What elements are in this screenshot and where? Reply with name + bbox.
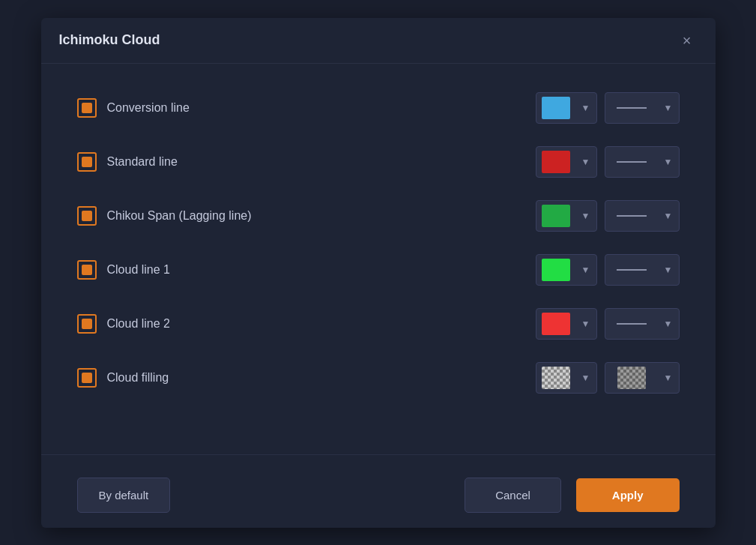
row-left-chikou-span: Chikou Span (Lagging line) [77,206,536,226]
color-swatch-cloud-line-1 [536,254,575,286]
style-dash-chikou-span [617,215,647,217]
style-line-cloud-line-2 [605,323,658,325]
style-line-conversion-line [605,107,658,109]
style-dash-cloud-line-2 [617,323,647,325]
color-dropdown-standard-line[interactable]: ▼ [536,146,597,178]
row-standard-line: Standard line▼▼ [77,139,680,185]
style-dash-cloud-line-1 [617,269,647,271]
color-swatch-inner-cloud-line-2 [542,313,570,335]
style-line-chikou-span [605,215,658,217]
dialog-body: Conversion line▼▼Standard line▼▼Chikou S… [41,64,716,447]
checkbox-chikou-span[interactable] [77,206,97,226]
style-dropdown-cloud-line-1[interactable]: ▼ [605,254,680,286]
checkbox-cloud-line-1[interactable] [77,260,97,280]
color-dropdown-arrow-chikou-span: ▼ [575,200,596,232]
checkbox-inner-standard-line [82,157,92,167]
controls-cloud-filling: ▼▼ [536,362,680,394]
checkbox-standard-line[interactable] [77,152,97,172]
color-swatch-inner-standard-line [542,151,570,173]
label-conversion-line: Conversion line [107,101,190,115]
color-dropdown-chikou-span[interactable]: ▼ [536,200,597,232]
color-swatch-cloud-line-2 [536,308,575,340]
color-dropdown-arrow-cloud-line-1: ▼ [575,254,596,286]
style-dropdown-arrow-cloud-line-2: ▼ [658,308,679,340]
color-dropdown-arrow-standard-line: ▼ [575,146,596,178]
row-cloud-line-1: Cloud line 1▼▼ [77,247,680,293]
label-cloud-filling: Cloud filling [107,371,169,385]
style-dash-standard-line [617,161,647,163]
color-dropdown-conversion-line[interactable]: ▼ [536,92,597,124]
style-dropdown-conversion-line[interactable]: ▼ [605,92,680,124]
label-standard-line: Standard line [107,155,178,169]
checkbox-inner-conversion-line [82,103,92,113]
label-cloud-line-2: Cloud line 2 [107,317,171,331]
color-swatch-inner-cloud-filling [542,367,570,389]
color-swatch-chikou-span [536,200,575,232]
apply-button[interactable]: Apply [576,478,680,512]
label-cloud-line-1: Cloud line 1 [107,263,171,277]
color-swatch-conversion-line [536,92,575,124]
row-conversion-line: Conversion line▼▼ [77,85,680,131]
style-checkered-cloud-filling [617,367,646,389]
dialog-footer: By default Cancel Apply [41,463,716,528]
row-left-cloud-line-2: Cloud line 2 [77,314,536,334]
row-left-cloud-filling: Cloud filling [77,368,536,388]
style-dash-conversion-line [617,107,647,109]
color-dropdown-arrow-conversion-line: ▼ [575,92,596,124]
color-dropdown-arrow-cloud-filling: ▼ [575,362,596,394]
style-dropdown-arrow-cloud-filling: ▼ [658,362,679,394]
style-dropdown-chikou-span[interactable]: ▼ [605,200,680,232]
style-dropdown-arrow-cloud-line-1: ▼ [658,254,679,286]
style-line-cloud-line-1 [605,269,658,271]
dialog-header: Ichimoku Cloud × [41,18,716,64]
style-line-standard-line [605,161,658,163]
style-dropdown-cloud-line-2[interactable]: ▼ [605,308,680,340]
controls-cloud-line-2: ▼▼ [536,308,680,340]
row-cloud-filling: Cloud filling▼▼ [77,355,680,401]
controls-cloud-line-1: ▼▼ [536,254,680,286]
checkbox-conversion-line[interactable] [77,98,97,118]
color-dropdown-cloud-filling[interactable]: ▼ [536,362,597,394]
row-left-cloud-line-1: Cloud line 1 [77,260,536,280]
row-left-standard-line: Standard line [77,152,536,172]
row-left-conversion-line: Conversion line [77,98,536,118]
checkbox-inner-cloud-line-2 [82,319,92,329]
row-chikou-span: Chikou Span (Lagging line)▼▼ [77,193,680,239]
by-default-button[interactable]: By default [77,478,171,513]
controls-conversion-line: ▼▼ [536,92,680,124]
ichimoku-cloud-dialog: Ichimoku Cloud × Conversion line▼▼Standa… [41,18,716,528]
style-dropdown-cloud-filling[interactable]: ▼ [605,362,680,394]
color-dropdown-cloud-line-1[interactable]: ▼ [536,254,597,286]
checkbox-cloud-filling[interactable] [77,368,97,388]
label-chikou-span: Chikou Span (Lagging line) [107,209,252,223]
color-swatch-cloud-filling [536,362,575,394]
color-swatch-inner-conversion-line [542,97,570,119]
style-dropdown-arrow-conversion-line: ▼ [658,92,679,124]
row-cloud-line-2: Cloud line 2▼▼ [77,301,680,347]
dialog-title: Ichimoku Cloud [59,32,160,48]
checkbox-inner-cloud-line-1 [82,265,92,275]
cancel-button[interactable]: Cancel [465,478,561,513]
color-swatch-standard-line [536,146,575,178]
footer-divider [41,454,716,455]
checkbox-inner-chikou-span [82,211,92,221]
style-dropdown-arrow-standard-line: ▼ [658,146,679,178]
style-dropdown-standard-line[interactable]: ▼ [605,146,680,178]
checkbox-cloud-line-2[interactable] [77,314,97,334]
controls-standard-line: ▼▼ [536,146,680,178]
color-swatch-inner-cloud-line-1 [542,259,570,281]
controls-chikou-span: ▼▼ [536,200,680,232]
style-dropdown-arrow-chikou-span: ▼ [658,200,679,232]
color-dropdown-arrow-cloud-line-2: ▼ [575,308,596,340]
checkbox-inner-cloud-filling [82,373,92,383]
style-line-cloud-filling [605,367,658,389]
color-dropdown-cloud-line-2[interactable]: ▼ [536,308,597,340]
color-swatch-inner-chikou-span [542,205,570,227]
close-button[interactable]: × [677,30,698,51]
